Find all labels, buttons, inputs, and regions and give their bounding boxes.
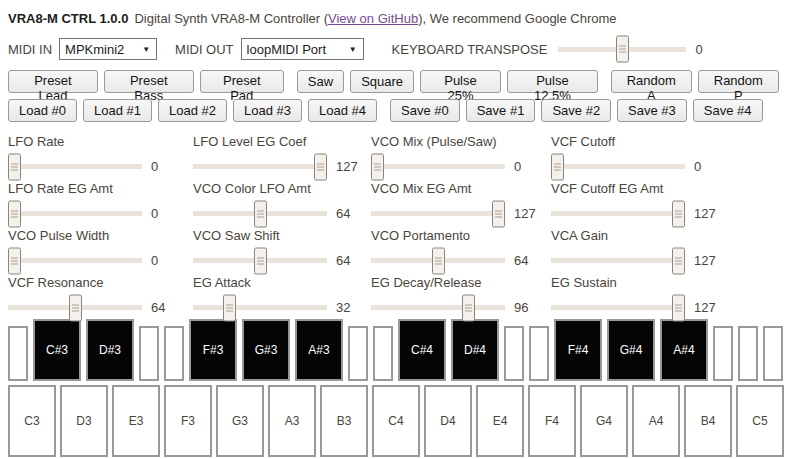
midi-out-select[interactable]: loopMIDI Port — [241, 38, 364, 60]
key-g4[interactable]: G4 — [580, 385, 628, 457]
slider-vca-gain-label: VCA Gain — [551, 228, 751, 246]
midi-in-select-wrap: MPKmini2 — [59, 38, 157, 60]
slider-vco-mix-pulse-saw-thumb[interactable] — [371, 153, 384, 180]
slider-lfo-rate-track[interactable] — [8, 164, 142, 169]
slider-vco-portamento-thumb[interactable] — [432, 247, 445, 274]
key-a-sharp-3[interactable]: A#3 — [295, 319, 343, 381]
key-c5[interactable]: C5 — [736, 385, 784, 457]
load-sharp-4-button[interactable]: Load #4 — [308, 99, 377, 122]
slider-vcf-resonance-thumb[interactable] — [69, 294, 82, 321]
slider-eg-decay-release-value: 96 — [514, 300, 528, 315]
save-sharp-4-button[interactable]: Save #4 — [693, 99, 763, 122]
slider-vco-portamento-track[interactable] — [371, 258, 505, 263]
slider-lfo-level-eg-coef-track[interactable] — [193, 164, 327, 169]
key-c-sharp-3[interactable]: C#3 — [33, 319, 81, 381]
keyboard-transpose-thumb[interactable] — [616, 36, 629, 63]
key-e3[interactable]: E3 — [112, 385, 160, 457]
slider-lfo-rate-eg-amt-track[interactable] — [8, 211, 142, 216]
white-key-upper-spacer — [529, 326, 549, 381]
slider-vco-saw-shift-thumb[interactable] — [254, 247, 267, 274]
key-a-sharp-4[interactable]: A#4 — [660, 319, 708, 381]
slider-vco-portamento-value: 64 — [514, 253, 528, 268]
square-button[interactable]: Square — [350, 70, 414, 93]
slider-vcf-cutoff-eg-amt-value: 127 — [694, 206, 716, 221]
slider-cell-lfo-rate-eg-amt: LFO Rate EG Amt0 — [8, 176, 193, 223]
key-c4[interactable]: C4 — [372, 385, 420, 457]
slider-vca-gain-thumb[interactable] — [672, 247, 685, 274]
slider-vco-color-lfo-amt-thumb[interactable] — [254, 200, 267, 227]
key-a3[interactable]: A3 — [268, 385, 316, 457]
save-sharp-3-button[interactable]: Save #3 — [617, 99, 687, 122]
slider-vcf-cutoff-label: VCF Cutoff — [551, 134, 751, 152]
key-c-sharp-4[interactable]: C#4 — [398, 319, 446, 381]
key-b3[interactable]: B3 — [320, 385, 368, 457]
keyboard-transpose-track[interactable] — [558, 47, 686, 52]
slider-vco-mix-eg-amt-track[interactable] — [371, 211, 505, 216]
load-sharp-2-button[interactable]: Load #2 — [158, 99, 227, 122]
preset-lead-button[interactable]: Preset Lead — [8, 70, 98, 93]
random-p-button[interactable]: Random P — [698, 70, 779, 93]
save-sharp-1-button[interactable]: Save #1 — [466, 99, 536, 122]
slider-lfo-rate-eg-amt-thumb[interactable] — [8, 200, 21, 227]
slider-vco-color-lfo-amt-track[interactable] — [193, 211, 327, 216]
key-d-sharp-3[interactable]: D#3 — [86, 319, 134, 381]
slider-eg-decay-release-thumb[interactable] — [462, 294, 475, 321]
app-subtitle-tail: ), We recommend Google Chrome — [418, 11, 616, 26]
key-f4[interactable]: F4 — [528, 385, 576, 457]
slider-lfo-level-eg-coef-thumb[interactable] — [314, 153, 327, 180]
pulse-12-5-button[interactable]: Pulse 12.5% — [507, 70, 598, 93]
midi-settings-row: MIDI IN MPKmini2 MIDI OUT loopMIDI Port … — [8, 37, 792, 61]
slider-eg-attack-track[interactable] — [193, 305, 327, 310]
white-key-upper-spacer — [348, 326, 368, 381]
slider-vco-pulse-width-track[interactable] — [8, 258, 142, 263]
slider-cell-eg-sustain: EG Sustain127 — [551, 270, 751, 317]
slider-vco-mix-pulse-saw-track[interactable] — [371, 164, 505, 169]
slider-vco-saw-shift-track[interactable] — [193, 258, 327, 263]
key-b4[interactable]: B4 — [684, 385, 732, 457]
load-sharp-1-button[interactable]: Load #1 — [83, 99, 152, 122]
keyboard-transpose-value: 0 — [695, 42, 702, 57]
github-link[interactable]: View on GitHub — [328, 11, 418, 26]
slider-eg-decay-release-track[interactable] — [371, 305, 505, 310]
slider-eg-attack-thumb[interactable] — [223, 294, 236, 321]
key-d3[interactable]: D3 — [60, 385, 108, 457]
save-sharp-0-button[interactable]: Save #0 — [390, 99, 460, 122]
slider-eg-sustain-track[interactable] — [551, 305, 685, 310]
key-f3[interactable]: F3 — [164, 385, 212, 457]
slider-vco-mix-eg-amt-label: VCO Mix EG Amt — [371, 181, 551, 199]
slider-vco-mix-eg-amt-thumb[interactable] — [492, 200, 505, 227]
preset-pad-button[interactable]: Preset Pad — [200, 70, 284, 93]
slider-vco-pulse-width-thumb[interactable] — [8, 247, 21, 274]
midi-out-select-wrap: loopMIDI Port — [241, 38, 364, 60]
slider-vcf-cutoff-eg-amt-thumb[interactable] — [672, 200, 685, 227]
pulse-25-button[interactable]: Pulse 25% — [420, 70, 501, 93]
random-a-button[interactable]: Random A — [611, 70, 692, 93]
slider-eg-attack-label: EG Attack — [193, 275, 371, 293]
slider-cell-vcf-cutoff: VCF Cutoff0 — [551, 129, 751, 176]
preset-bass-button[interactable]: Preset Bass — [104, 70, 194, 93]
slider-vcf-cutoff-track[interactable] — [551, 164, 685, 169]
load-sharp-3-button[interactable]: Load #3 — [233, 99, 302, 122]
key-f-sharp-4[interactable]: F#4 — [554, 319, 602, 381]
key-f-sharp-3[interactable]: F#3 — [189, 319, 237, 381]
slider-vcf-cutoff-thumb[interactable] — [551, 153, 564, 180]
midi-in-select[interactable]: MPKmini2 — [59, 38, 157, 60]
slider-vca-gain-track[interactable] — [551, 258, 685, 263]
key-e4[interactable]: E4 — [476, 385, 524, 457]
slider-lfo-rate-thumb[interactable] — [8, 153, 21, 180]
key-a4[interactable]: A4 — [632, 385, 680, 457]
save-sharp-2-button[interactable]: Save #2 — [541, 99, 611, 122]
key-d-sharp-4[interactable]: D#4 — [451, 319, 499, 381]
key-g3[interactable]: G3 — [216, 385, 264, 457]
saw-button[interactable]: Saw — [297, 70, 344, 93]
slider-lfo-rate-value: 0 — [151, 159, 158, 174]
slider-vcf-resonance-track[interactable] — [8, 305, 142, 310]
key-d4[interactable]: D4 — [424, 385, 472, 457]
slider-eg-sustain-thumb[interactable] — [672, 294, 685, 321]
key-g-sharp-4[interactable]: G#4 — [607, 319, 655, 381]
key-g-sharp-3[interactable]: G#3 — [242, 319, 290, 381]
key-c3[interactable]: C3 — [8, 385, 56, 457]
slider-vcf-cutoff-eg-amt-track[interactable] — [551, 211, 685, 216]
load-sharp-0-button[interactable]: Load #0 — [8, 99, 77, 122]
slider-vcf-resonance-label: VCF Resonance — [8, 275, 193, 293]
